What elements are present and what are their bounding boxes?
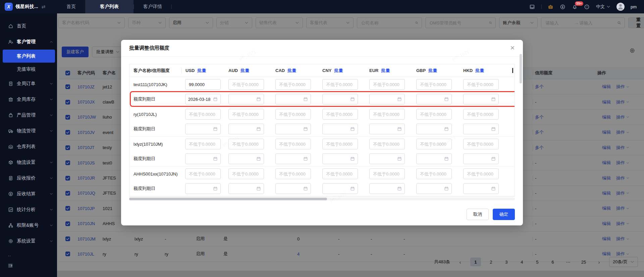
- credit-amount-input-GBP[interactable]: [416, 168, 452, 179]
- expiry-date-input-CNY[interactable]: [322, 124, 358, 134]
- credit-amount-input-AUD[interactable]: [228, 168, 264, 179]
- expiry-date-input-EUR[interactable]: [369, 124, 405, 134]
- sidebar-item-权限&账号[interactable]: 权限&账号: [0, 217, 57, 233]
- language-selector[interactable]: 中文: [596, 4, 610, 10]
- batch-fill-link-CNY[interactable]: 批量: [334, 68, 343, 74]
- sidebar-item-全局订单[interactable]: 全局订单: [0, 76, 57, 91]
- credit-amount-input-AUD[interactable]: [228, 139, 264, 149]
- switch-app-icon[interactable]: ⇄: [42, 4, 46, 9]
- expiry-date-input-HKD[interactable]: [463, 153, 499, 164]
- credit-amount-input-CAD[interactable]: [275, 79, 311, 90]
- sidebar-item-客户管理[interactable]: 客户管理: [0, 34, 57, 50]
- batch-fill-link-HKD[interactable]: 批量: [475, 68, 484, 74]
- credit-amount-input-CAD[interactable]: [275, 139, 311, 149]
- collapse-sidebar-icon[interactable]: [0, 263, 57, 270]
- credit-amount-input-EUR[interactable]: [369, 139, 405, 149]
- credit-amount-input-CAD[interactable]: [275, 168, 311, 179]
- help-icon[interactable]: ?: [584, 4, 590, 10]
- expiry-date-input-GBP[interactable]: [416, 94, 452, 105]
- avatar[interactable]: [616, 3, 625, 11]
- expiry-date-input-CNY[interactable]: [322, 153, 358, 164]
- expiry-date-input-USD[interactable]: 2026-03-18: [185, 94, 221, 105]
- expiry-cell-CAD: [275, 183, 322, 194]
- sidebar-item-全局库存[interactable]: 全局库存: [0, 91, 57, 107]
- expiry-date-input-AUD[interactable]: [228, 183, 264, 194]
- sidebar-item-客户列表[interactable]: 客户列表: [3, 50, 55, 63]
- sidebar-item-系统设置[interactable]: 系统设置: [0, 233, 57, 249]
- sidebar-item-产品管理[interactable]: 产品管理: [0, 107, 57, 123]
- sidebar-item-首页[interactable]: 首页: [0, 18, 57, 34]
- expiry-date-input-USD[interactable]: [185, 124, 221, 134]
- expiry-date-input-USD[interactable]: [185, 183, 221, 194]
- expiry-date-input-AUD[interactable]: [228, 124, 264, 134]
- sidebar-item-物流管理[interactable]: 物流管理: [0, 123, 57, 139]
- credit-amount-input-USD[interactable]: [185, 109, 221, 120]
- expiry-date-input-CNY[interactable]: [322, 94, 358, 105]
- confirm-button[interactable]: 确定: [493, 209, 515, 220]
- currency-header-USD: USD批量: [181, 68, 228, 74]
- expiry-date-input-EUR[interactable]: [369, 153, 405, 164]
- download-icon[interactable]: [560, 4, 566, 10]
- credit-amount-input-USD[interactable]: [185, 79, 221, 90]
- credit-amount-input-CNY[interactable]: [322, 139, 358, 149]
- sidebar-item-统计分析[interactable]: 统计分析: [0, 202, 57, 217]
- expiry-date-input-HKD[interactable]: [463, 124, 499, 134]
- expiry-date-input-AUD[interactable]: [228, 153, 264, 164]
- credit-amount-input-CAD[interactable]: [275, 109, 311, 120]
- sidebar-item-充值审核[interactable]: 充值审核: [0, 63, 57, 76]
- expiry-date-input-EUR[interactable]: [369, 94, 405, 105]
- sidebar-item-应收结算[interactable]: 应收结算: [0, 186, 57, 202]
- credit-amount-input-USD[interactable]: [185, 168, 221, 179]
- modal-hscrollbar[interactable]: [129, 198, 327, 200]
- expiry-date-input-CAD[interactable]: [275, 153, 311, 164]
- sidebar-item-应收报价[interactable]: 应收报价: [0, 170, 57, 186]
- expiry-date-input-AUD[interactable]: [228, 94, 264, 105]
- notification-bell-icon[interactable]: 99+: [572, 4, 578, 10]
- tab-home[interactable]: 首页: [57, 0, 85, 13]
- expiry-date-input-CNY[interactable]: [322, 183, 358, 194]
- credit-amount-input-AUD[interactable]: [228, 109, 264, 120]
- tab-customer-list[interactable]: 客户列表: [85, 0, 133, 13]
- calendar-icon: [213, 97, 218, 101]
- expiry-date-input-GBP[interactable]: [416, 183, 452, 194]
- batch-fill-link-CAD[interactable]: 批量: [287, 68, 296, 74]
- expiry-date-input-CAD[interactable]: [275, 183, 311, 194]
- expiry-date-input-HKD[interactable]: [463, 94, 499, 105]
- credit-amount-input-AUD[interactable]: [228, 79, 264, 90]
- credit-amount-input-CNY[interactable]: [322, 79, 358, 90]
- expiry-date-input-CAD[interactable]: [275, 94, 311, 105]
- credit-amount-input-HKD[interactable]: [463, 109, 499, 120]
- credit-amount-input-GBP[interactable]: [416, 79, 452, 90]
- credit-amount-input-HKD[interactable]: [463, 79, 499, 90]
- credit-amount-input-GBP[interactable]: [416, 139, 452, 149]
- batch-fill-link-AUD[interactable]: 批量: [240, 68, 249, 74]
- credit-amount-input-EUR[interactable]: [369, 168, 405, 179]
- sidebar-item-仓库列表[interactable]: 仓库列表: [0, 139, 57, 154]
- expiry-date-input-CAD[interactable]: [275, 124, 311, 134]
- mail-icon[interactable]: [529, 4, 535, 10]
- credit-amount-input-GBP[interactable]: [416, 109, 452, 120]
- expiry-date-input-HKD[interactable]: [463, 183, 499, 194]
- robot-assistant-icon[interactable]: [548, 4, 554, 10]
- expiry-date-input-GBP[interactable]: [416, 124, 452, 134]
- batch-fill-link-EUR[interactable]: 批量: [381, 68, 390, 74]
- credit-amount-input-USD[interactable]: [185, 139, 221, 149]
- modal-vscrollbar[interactable]: [520, 54, 522, 83]
- credit-amount-input-EUR[interactable]: [369, 79, 405, 90]
- batch-fill-link-USD[interactable]: 批量: [197, 68, 206, 74]
- cancel-button[interactable]: 取消: [467, 209, 489, 220]
- batch-fill-link-GBP[interactable]: 批量: [428, 68, 437, 74]
- expiry-date-input-USD[interactable]: [185, 153, 221, 164]
- credit-amount-input-EUR[interactable]: [369, 109, 405, 120]
- tab-customer-detail[interactable]: 客户详情: [134, 0, 171, 13]
- sidebar-item-物流设置[interactable]: 物流设置: [0, 154, 57, 170]
- credit-amount-input-CNY[interactable]: [322, 168, 358, 179]
- close-icon[interactable]: ✕: [510, 45, 515, 52]
- credit-amount-input-HKD[interactable]: [463, 168, 499, 179]
- inventory-icon: [8, 97, 13, 102]
- credit-amount-input-CNY[interactable]: [322, 109, 358, 120]
- expiry-date-input-EUR[interactable]: [369, 183, 405, 194]
- app-logo[interactable]: X 领星科技... ⇄: [0, 3, 57, 11]
- expiry-date-input-GBP[interactable]: [416, 153, 452, 164]
- credit-amount-input-HKD[interactable]: [463, 139, 499, 149]
